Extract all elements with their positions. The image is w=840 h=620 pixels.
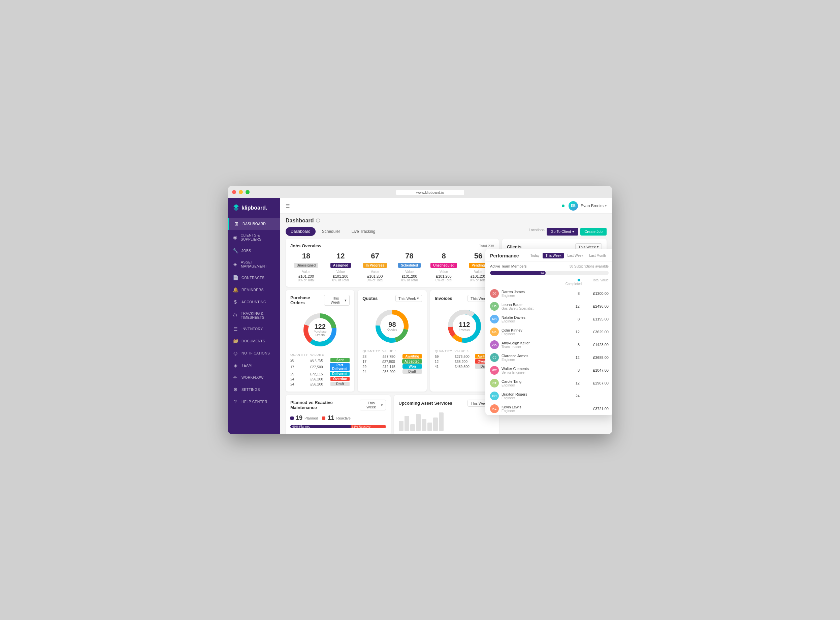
sidebar-item-accounting[interactable]: $ ACCOUNTING (228, 296, 280, 308)
header-actions: Locations Go To Client ▾ Create Job (529, 228, 607, 236)
create-job-button[interactable]: Create Job (580, 228, 607, 236)
maint-chevron-icon: ▾ (381, 403, 383, 407)
sidebar-item-reminders[interactable]: 🔔 REMINDERS (228, 284, 280, 296)
perf-member-role: Engineer (502, 332, 557, 336)
perf-member-value: £1300.00 (582, 292, 609, 295)
perf-tab-last-week[interactable]: Last Week (565, 253, 586, 259)
perf-team-row: WC Walter Clements Senior Engineer 8 £10… (487, 364, 612, 377)
minimize-dot[interactable] (239, 190, 243, 194)
perf-avatar: KL (490, 404, 499, 413)
job-stat-unassigned: 18 Unassigned Value £101,200 0% of Total (290, 252, 322, 282)
perf-member-role: Engineer (502, 319, 557, 323)
maint-filter-button[interactable]: This Week ▾ (360, 400, 386, 411)
perf-member-role: Team Leader (502, 345, 557, 349)
quotes-row-3: 29 £72,115 Won (362, 364, 422, 369)
sidebar-item-clients-suppliers[interactable]: ◉ CLIENTS & SUPPLIERS (228, 230, 280, 245)
perf-member-role: Engineer (502, 396, 557, 400)
perf-avatar: LB (490, 302, 499, 311)
settings-icon: ⚙ (233, 387, 238, 392)
po-row-5: 24 £56,200 Draft (290, 382, 350, 386)
perf-col-headers: Completed Total Value (485, 277, 612, 287)
user-chevron-icon[interactable]: ▾ (605, 204, 607, 208)
sidebar-item-tracking[interactable]: ⏱ TRACKING & TIMESHEETS (228, 308, 280, 323)
po-row-1: 28 £67,750 Sent (290, 358, 350, 362)
perf-member-value: £1423.00 (582, 343, 609, 347)
asset-title: Upcoming Asset Services (399, 401, 452, 406)
perf-member-role: Engineer (502, 294, 557, 298)
sidebar-item-help[interactable]: ? HELP CENTER (228, 396, 280, 408)
perf-team-row: LB Leona Bauer Gas Safety Specialist 12 … (487, 300, 612, 313)
tracking-icon: ⏱ (233, 313, 237, 318)
go-to-client-button[interactable]: Go To Client ▾ (547, 228, 578, 236)
help-icon: ? (233, 399, 238, 404)
sidebar-item-notifications[interactable]: ◎ NOTIFICATIONS (228, 347, 280, 359)
asset-bar (416, 414, 421, 431)
sidebar-item-inventory[interactable]: ☰ INVENTORY (228, 323, 280, 335)
job-stat-inprogress: 67 In Progress Value £101,200 0% of Tota… (359, 252, 391, 282)
perf-member-count: 8 (559, 368, 580, 372)
asset-bar (399, 421, 404, 431)
hamburger-icon[interactable]: ☰ (286, 203, 290, 209)
perf-member-count: 12 (559, 330, 580, 334)
url-bar[interactable]: www.klipboard.io (252, 189, 608, 195)
sidebar-item-dashboard[interactable]: ⊞ DASHBOARD (228, 218, 280, 230)
completed-dot-icon (578, 279, 580, 281)
perf-member-value: £3629.00 (582, 330, 609, 334)
sidebar-item-jobs[interactable]: 🔧 JOBS (228, 245, 280, 257)
sidebar-item-workflow[interactable]: ✏ WORKFLOW (228, 371, 280, 384)
po-donut-center: 122 Purchase Orders (314, 323, 326, 337)
locations-label: Locations (529, 228, 545, 236)
maximize-dot[interactable] (245, 190, 249, 194)
browser-bar: www.klipboard.io (228, 186, 612, 198)
perf-tab-last-month[interactable]: Last Month (587, 253, 609, 259)
quotes-card: Quotes This Week ▾ (358, 290, 427, 391)
performance-panel: Performance Today This Week Last Week La… (485, 249, 612, 415)
perf-member-value: £3721.00 (582, 407, 609, 411)
po-donut: 122 Purchase Orders (300, 310, 340, 350)
asset-bar (422, 419, 427, 431)
perf-member-name: Colin Kinney (502, 328, 557, 332)
tabs: Dashboard Scheduler Live Tracking (286, 227, 380, 236)
quotes-filter-button[interactable]: This Week ▾ (395, 295, 422, 302)
sidebar-item-asset-management[interactable]: ◈ ASSET MANAGEMENT (228, 257, 280, 272)
quotes-donut-center: 98 Quotes (387, 321, 397, 331)
perf-team-row: KL Kevin Lewis Engineer £3721.00 (487, 402, 612, 415)
sidebar-item-settings[interactable]: ⚙ SETTINGS (228, 384, 280, 396)
perf-tab-today[interactable]: Today (528, 253, 542, 259)
logo[interactable]: klipboard. (228, 198, 280, 218)
user-name: Evan Brooks ▾ (581, 203, 607, 208)
jobs-grid: 18 Unassigned Value £101,200 0% of Total… (290, 252, 494, 282)
perf-member-name: Leona Bauer (502, 302, 557, 307)
po-row-2: 17 £27,500 Part Delivered (290, 363, 350, 371)
perf-tab-this-week[interactable]: This Week (542, 253, 564, 259)
info-icon[interactable]: ⓘ (316, 218, 320, 224)
sidebar-item-documents[interactable]: 📁 DOCUMENTS (228, 335, 280, 347)
close-dot[interactable] (232, 190, 236, 194)
perf-avatar: AK (490, 340, 499, 349)
maint-title: Planned vs Reactive Maintenance (290, 400, 360, 410)
planned-dot (290, 417, 294, 420)
tab-scheduler[interactable]: Scheduler (317, 227, 345, 236)
po-filter-chevron-icon: ▾ (344, 298, 347, 302)
perf-avatar: CT (490, 379, 499, 387)
jobs-overview-card: Jobs Overview Total 238 18 Unassigned Va… (286, 239, 499, 287)
asset-bar (410, 424, 415, 431)
perf-team-row: ND Natalie Davies Engineer 8 £1195.00 (487, 313, 612, 325)
perf-member-value: £2987.00 (582, 381, 609, 385)
sidebar-nav: ⊞ DASHBOARD ◉ CLIENTS & SUPPLIERS 🔧 JOBS… (228, 218, 280, 434)
team-icon: ◈ (233, 363, 238, 368)
perf-member-name: Darren James (502, 290, 557, 294)
tab-live-tracking[interactable]: Live Tracking (347, 227, 380, 236)
perf-member-count: 12 (559, 304, 580, 308)
tab-dashboard[interactable]: Dashboard (286, 227, 316, 236)
sidebar-item-team[interactable]: ◈ TEAM (228, 359, 280, 371)
po-filter-button[interactable]: This Week ▾ (324, 295, 350, 305)
perf-team-row: DJ Darren James Engineer 8 £1300.00 (487, 287, 612, 300)
perf-member-value: £1047.00 (582, 368, 609, 372)
perf-member-count: 12 (559, 381, 580, 385)
sidebar-label-team: TEAM (242, 363, 252, 367)
sidebar-label-help: HELP CENTER (242, 400, 267, 404)
browser-window: www.klipboard.io klipboard. ⊞ DASHBOARD … (228, 186, 612, 434)
quotes-donut: 98 Quotes (372, 306, 412, 346)
sidebar-item-contracts[interactable]: 📄 CONTRACTS (228, 272, 280, 284)
